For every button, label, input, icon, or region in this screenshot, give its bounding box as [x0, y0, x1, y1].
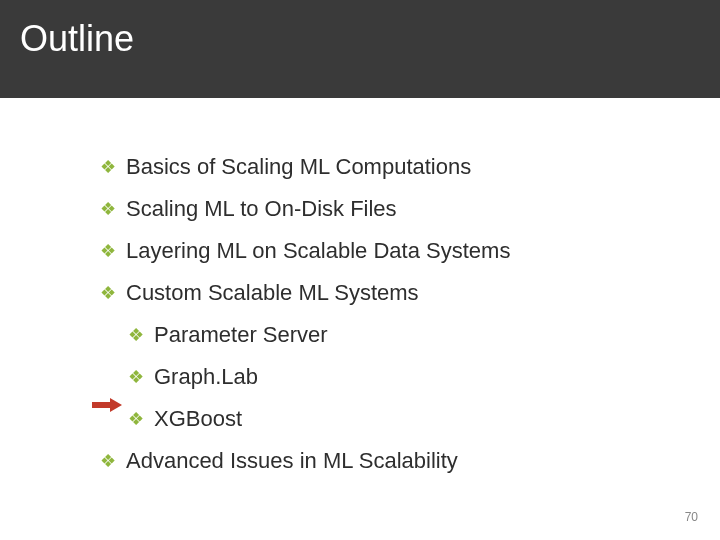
list-item: ❖ Custom Scalable ML Systems [100, 279, 720, 307]
diamond-bullet-icon: ❖ [100, 195, 116, 223]
diamond-bullet-icon: ❖ [100, 279, 116, 307]
list-subitem-current: ❖ XGBoost [128, 405, 720, 433]
item-text: Graph.Lab [154, 363, 258, 391]
diamond-bullet-icon: ❖ [100, 237, 116, 265]
diamond-bullet-icon: ❖ [128, 363, 144, 391]
pointer-arrow-icon [92, 398, 122, 412]
list-subitem: ❖ Parameter Server [128, 321, 720, 349]
diamond-bullet-icon: ❖ [128, 321, 144, 349]
svg-marker-1 [110, 398, 122, 412]
item-text: Parameter Server [154, 321, 328, 349]
list-item: ❖ Layering ML on Scalable Data Systems [100, 237, 720, 265]
diamond-bullet-icon: ❖ [100, 153, 116, 181]
item-text: Basics of Scaling ML Computations [126, 153, 471, 181]
item-text: Advanced Issues in ML Scalability [126, 447, 458, 475]
item-text: XGBoost [154, 405, 242, 433]
list-item: ❖ Basics of Scaling ML Computations [100, 153, 720, 181]
list-subitem: ❖ Graph.Lab [128, 363, 720, 391]
page-number: 70 [685, 510, 698, 524]
item-text: Scaling ML to On-Disk Files [126, 195, 397, 223]
slide-header: Outline [0, 0, 720, 98]
list-item: ❖ Advanced Issues in ML Scalability [100, 447, 720, 475]
diamond-bullet-icon: ❖ [128, 405, 144, 433]
diamond-bullet-icon: ❖ [100, 447, 116, 475]
slide-title: Outline [20, 18, 720, 60]
item-text: Layering ML on Scalable Data Systems [126, 237, 510, 265]
item-text: Custom Scalable ML Systems [126, 279, 419, 307]
outline-list: ❖ Basics of Scaling ML Computations ❖ Sc… [0, 98, 720, 475]
svg-rect-0 [92, 402, 110, 408]
list-item: ❖ Scaling ML to On-Disk Files [100, 195, 720, 223]
